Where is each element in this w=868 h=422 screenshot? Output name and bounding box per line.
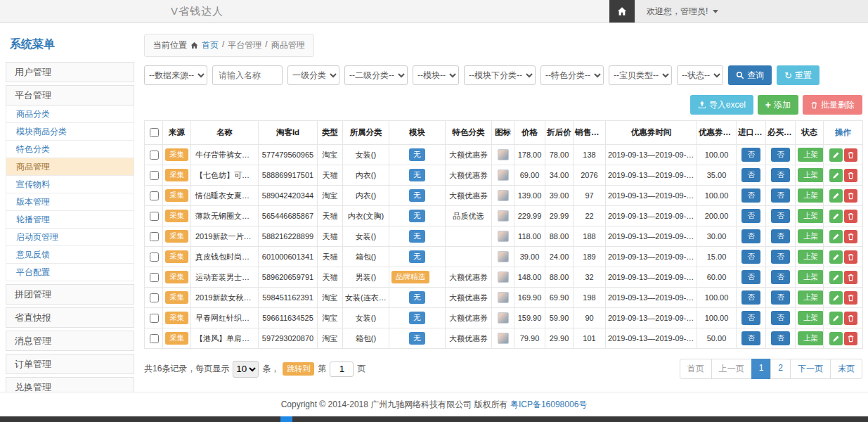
status-button[interactable]: 上架 [798,209,824,223]
filter-select-5[interactable]: --宝贝类型-- [609,65,672,85]
sidebar-item-6[interactable]: 宣传物料 [6,176,134,193]
row-checkbox[interactable] [150,212,159,221]
page-button-1[interactable]: 上一页 [711,359,752,379]
search-button[interactable]: 查询 [728,65,772,85]
status-button[interactable]: 上架 [798,290,824,305]
delete-button[interactable] [844,169,857,182]
must-buy-toggle[interactable]: 否 [771,311,790,325]
reset-button[interactable]: ↻ 重置 [777,65,820,85]
user-menu[interactable]: 欢迎您，管理员! [635,0,868,23]
status-button[interactable]: 上架 [798,331,824,345]
sidebar-item-1[interactable]: 平台管理 [6,85,134,106]
edit-button[interactable] [829,250,843,264]
row-checkbox[interactable] [150,273,159,282]
import-select-toggle[interactable]: 否 [741,311,760,325]
batch-delete-button[interactable]: 批量删除 [803,95,862,115]
import-select-toggle[interactable]: 否 [741,331,760,345]
import-select-toggle[interactable]: 否 [741,168,760,182]
filter-select-1[interactable]: --二级分类-- [344,65,408,85]
home-button[interactable] [609,0,635,23]
filter-select-3[interactable]: --模块下分类-- [464,65,536,85]
sidebar-item-7[interactable]: 版本管理 [6,193,134,211]
must-buy-toggle[interactable]: 否 [771,209,790,223]
sidebar-item-14[interactable]: 消息管理 [6,331,134,351]
breadcrumb-home-link[interactable]: 首页 [202,39,219,51]
import-select-toggle[interactable]: 否 [741,270,760,284]
page-button-2[interactable]: 1 [751,359,772,379]
sidebar-item-8[interactable]: 轮播管理 [6,211,134,229]
page-button-3[interactable]: 2 [770,359,791,379]
goto-page-input[interactable] [330,362,354,377]
edit-button[interactable] [829,271,843,284]
import-select-toggle[interactable]: 否 [741,209,760,223]
per-page-select[interactable]: 10 [233,361,259,378]
sidebar-item-9[interactable]: 启动页管理 [6,229,134,246]
sidebar-item-11[interactable]: 平台配置 [6,264,134,281]
must-buy-toggle[interactable]: 否 [771,250,790,264]
import-select-toggle[interactable]: 否 [741,290,760,305]
page-button-4[interactable]: 下一页 [790,359,831,379]
edit-button[interactable] [829,169,843,182]
name-search-input[interactable] [212,65,283,85]
filter-select-0[interactable]: 一级分类 [287,65,339,85]
sidebar-item-12[interactable]: 拼团管理 [6,284,134,305]
icp-link[interactable]: 粤ICP备16098006号 [510,399,587,409]
status-button[interactable]: 上架 [798,188,824,203]
sidebar-item-4[interactable]: 特色分类 [6,141,134,158]
must-buy-toggle[interactable]: 否 [771,229,790,243]
row-checkbox[interactable] [150,252,159,262]
row-checkbox[interactable] [150,171,159,180]
delete-button[interactable] [844,291,857,305]
filter-select-6[interactable]: --状态-- [677,65,723,85]
status-button[interactable]: 上架 [798,229,824,243]
delete-button[interactable] [844,148,857,162]
delete-button[interactable] [844,230,857,243]
edit-button[interactable] [829,230,843,243]
status-button[interactable]: 上架 [798,270,824,284]
sidebar-item-3[interactable]: 模块商品分类 [6,123,134,141]
add-button[interactable]: + 添加 [758,95,798,115]
edit-button[interactable] [829,312,843,325]
import-excel-button[interactable]: 导入excel [690,95,753,115]
row-checkbox[interactable] [150,293,159,302]
delete-button[interactable] [844,271,857,284]
status-button[interactable]: 上架 [798,168,824,182]
delete-button[interactable] [844,189,857,203]
sidebar-item-15[interactable]: 订单管理 [6,354,134,374]
sidebar-item-10[interactable]: 意见反馈 [6,246,134,264]
delete-button[interactable] [844,332,857,345]
edit-button[interactable] [829,210,843,223]
filter-select-source[interactable]: --数据来源-- [144,65,207,85]
row-checkbox[interactable] [150,151,159,160]
sidebar-item-5[interactable]: 商品管理 [6,158,134,176]
must-buy-toggle[interactable]: 否 [771,188,790,203]
edit-button[interactable] [829,148,843,162]
edit-button[interactable] [829,291,843,305]
must-buy-toggle[interactable]: 否 [771,270,790,284]
delete-button[interactable] [844,312,857,325]
page-button-5[interactable]: 末页 [830,359,862,379]
must-buy-toggle[interactable]: 否 [771,168,790,182]
filter-select-2[interactable]: --模块-- [413,65,459,85]
row-checkbox[interactable] [150,232,159,241]
delete-button[interactable] [844,250,857,264]
delete-button[interactable] [844,210,857,223]
sidebar-item-13[interactable]: 省直快报 [6,307,134,328]
row-checkbox[interactable] [150,314,159,323]
sidebar-item-2[interactable]: 商品分类 [6,106,134,123]
edit-button[interactable] [829,189,843,203]
status-button[interactable]: 上架 [798,311,824,325]
import-select-toggle[interactable]: 否 [741,148,760,162]
select-all-checkbox[interactable] [150,128,159,137]
must-buy-toggle[interactable]: 否 [771,148,790,162]
sidebar-item-0[interactable]: 用户管理 [6,62,134,82]
filter-select-4[interactable]: --特色分类-- [540,65,604,85]
row-checkbox[interactable] [150,191,159,200]
must-buy-toggle[interactable]: 否 [771,290,790,305]
status-button[interactable]: 上架 [798,250,824,264]
import-select-toggle[interactable]: 否 [741,229,760,243]
row-checkbox[interactable] [150,334,159,343]
status-button[interactable]: 上架 [798,148,824,162]
must-buy-toggle[interactable]: 否 [771,331,790,345]
page-button-0[interactable]: 首页 [680,359,712,379]
